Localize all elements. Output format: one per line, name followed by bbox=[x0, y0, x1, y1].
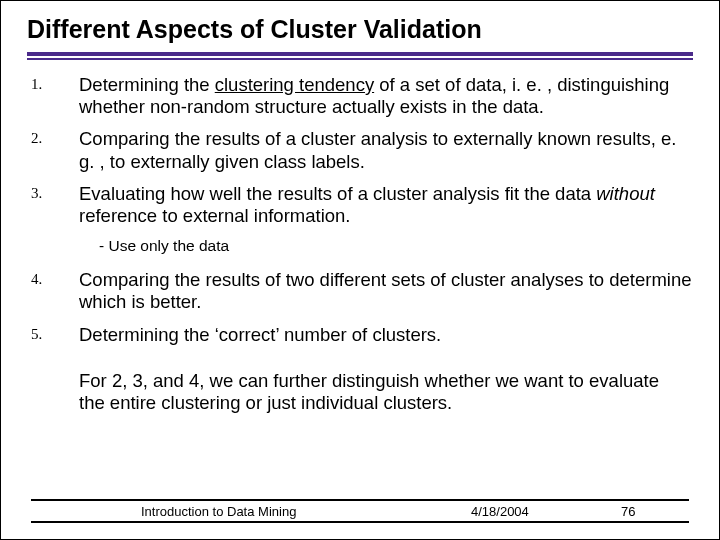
list-item: 4. Comparing the results of two differen… bbox=[31, 269, 693, 313]
item-number: 1. bbox=[31, 74, 79, 118]
item-text: Determining the ‘correct’ number of clus… bbox=[79, 324, 693, 346]
text-segment: Determining the bbox=[79, 74, 215, 95]
list-item: 2. Comparing the results of a cluster an… bbox=[31, 128, 693, 172]
item-text: Comparing the results of a cluster analy… bbox=[79, 128, 693, 172]
sub-bullet: - Use only the data bbox=[99, 237, 693, 255]
slide: Different Aspects of Cluster Validation … bbox=[0, 0, 720, 540]
divider-thick bbox=[27, 52, 693, 56]
item-text: Evaluating how well the results of a clu… bbox=[79, 183, 693, 227]
footer-date: 4/18/2004 bbox=[471, 504, 529, 519]
text-segment: Evaluating how well the results of a clu… bbox=[79, 183, 596, 204]
item-number: 5. bbox=[31, 324, 79, 346]
content-area: 1. Determining the clustering tendency o… bbox=[27, 74, 693, 414]
list-item: 5. Determining the ‘correct’ number of c… bbox=[31, 324, 693, 346]
footer: Introduction to Data Mining 4/18/2004 76 bbox=[31, 499, 689, 523]
text-underline: clustering tendency bbox=[215, 74, 374, 95]
summary-text: For 2, 3, and 4, we can further distingu… bbox=[79, 370, 693, 414]
list-item: 1. Determining the clustering tendency o… bbox=[31, 74, 693, 118]
text-italic: without bbox=[596, 183, 655, 204]
text-segment: reference to external information. bbox=[79, 205, 350, 226]
footer-title: Introduction to Data Mining bbox=[141, 504, 296, 519]
item-number: 3. bbox=[31, 183, 79, 227]
item-text: Comparing the results of two different s… bbox=[79, 269, 693, 313]
footer-page: 76 bbox=[621, 504, 635, 519]
item-number: 4. bbox=[31, 269, 79, 313]
list-item: 3. Evaluating how well the results of a … bbox=[31, 183, 693, 227]
item-number: 2. bbox=[31, 128, 79, 172]
divider-thin bbox=[27, 58, 693, 60]
slide-title: Different Aspects of Cluster Validation bbox=[27, 15, 693, 44]
item-text: Determining the clustering tendency of a… bbox=[79, 74, 693, 118]
